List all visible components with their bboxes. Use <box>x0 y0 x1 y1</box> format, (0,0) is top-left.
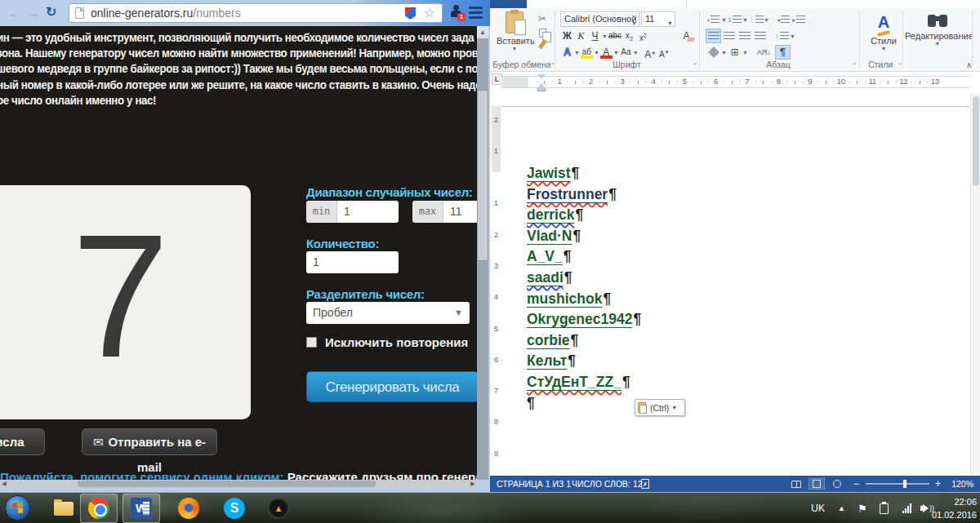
zoom-slider[interactable] <box>866 483 929 485</box>
borders-button[interactable]: ⊞ <box>727 45 742 60</box>
justify-button[interactable] <box>752 29 768 43</box>
paste-options-button[interactable]: (Ctrl) ▼ <box>635 399 685 416</box>
start-button[interactable] <box>5 495 30 521</box>
browser-horizontal-scrollbar[interactable]: ◀ ▶ <box>0 480 477 488</box>
language-indicator[interactable]: UK <box>811 493 825 523</box>
underline-button[interactable]: Ч <box>588 29 602 43</box>
taskbar-word-button[interactable]: W <box>122 494 160 523</box>
back-icon[interactable]: ← <box>8 6 20 20</box>
change-case-button[interactable]: Аа <box>619 45 633 60</box>
tray-clipboard-icon[interactable] <box>880 493 889 523</box>
doc-line-empty[interactable]: ¶ <box>527 395 641 416</box>
taskbar-skype-button[interactable]: S <box>216 494 253 523</box>
address-bar[interactable]: online-generators.ru/numbers ☆ <box>69 3 443 23</box>
grow-font-button[interactable]: А▲ <box>644 45 657 60</box>
doc-line[interactable]: saadi¶ <box>527 269 641 290</box>
footer-link[interactable]: Пожалуйста, помогите сервису одним клико… <box>0 470 284 480</box>
horizontal-scroll-thumb[interactable] <box>78 481 376 487</box>
scroll-left-icon[interactable]: ◀ <box>0 480 8 488</box>
word-vertical-scrollbar[interactable] <box>970 93 980 476</box>
font-size-combo[interactable]: 11▼ <box>641 11 675 27</box>
numbering-button[interactable]: 1 <box>727 12 742 27</box>
read-mode-icon[interactable] <box>788 478 804 490</box>
decrease-indent-button[interactable]: ◂ <box>776 12 791 27</box>
dialog-launcher-icon[interactable]: ⌐ <box>848 60 856 68</box>
scroll-right-icon[interactable]: ▶ <box>469 480 477 488</box>
shading-button[interactable] <box>706 45 721 60</box>
min-field[interactable]: min 1 <box>306 201 399 223</box>
separator-select[interactable]: Пробел ▼ <box>306 302 470 324</box>
taskbar-explorer-button[interactable] <box>45 494 82 523</box>
editing-button[interactable]: Редактирование ▼ <box>905 15 970 47</box>
multilevel-list-button[interactable]: ⋮ <box>748 12 764 27</box>
horizontal-ruler[interactable]: 12345678910111213 <box>501 76 970 88</box>
network-signal-icon[interactable] <box>902 493 911 523</box>
browser-vertical-scrollbar[interactable]: ▲ <box>477 26 488 480</box>
format-painter-icon[interactable] <box>538 39 547 50</box>
paste-button[interactable]: Вставить ▼ <box>497 11 532 59</box>
subscript-button[interactable]: x2 <box>622 29 636 43</box>
chevron-down-icon[interactable]: ▼ <box>602 33 608 39</box>
doc-line[interactable]: Кельт¶ <box>527 352 641 374</box>
strikethrough-button[interactable]: abc <box>608 29 622 43</box>
doc-line[interactable]: Jawist¶ <box>527 165 641 186</box>
proofing-icon[interactable]: ✗ <box>641 479 649 489</box>
document-area[interactable]: 21123456789 Jawist¶Frostrunner¶derrick¶V… <box>490 93 980 476</box>
url-text[interactable]: online-generators.ru/numbers <box>91 7 241 20</box>
doc-line[interactable]: corbie¶ <box>527 332 641 353</box>
zoom-out-button[interactable]: − <box>853 476 859 492</box>
doc-line[interactable]: derrick¶ <box>527 206 641 228</box>
zoom-percentage[interactable]: 120% <box>951 476 973 492</box>
zoom-in-button[interactable]: + <box>935 476 941 492</box>
send-email-button[interactable]: ✉Отправить на e-mail <box>82 428 217 455</box>
copy-icon[interactable] <box>539 29 546 38</box>
line-spacing-button[interactable]: ↕ <box>774 29 790 43</box>
exclude-repeats-checkbox[interactable] <box>306 337 317 348</box>
italic-button[interactable]: К <box>574 29 588 43</box>
vertical-scroll-thumb[interactable] <box>477 90 488 261</box>
taskbar-aimp-button[interactable]: ▲ <box>260 494 297 523</box>
copy-numbers-button[interactable]: числа <box>0 428 45 455</box>
doc-line[interactable]: Vlad·N¶ <box>527 228 641 249</box>
dialog-launcher-icon[interactable]: ⌐ <box>688 60 697 68</box>
print-layout-icon[interactable] <box>808 478 825 490</box>
extension-icon[interactable]: 1 <box>450 4 463 20</box>
page-indicator[interactable]: СТРАНИЦА 1 ИЗ 1 <box>497 476 571 492</box>
sort-button[interactable]: АЯ↓ <box>756 45 772 60</box>
doc-line[interactable]: mushichok¶ <box>527 290 641 312</box>
dialog-launcher-icon[interactable]: ⌐ <box>893 60 902 68</box>
hidden-icons-button[interactable]: ▲ <box>838 493 845 523</box>
dialog-launcher-icon[interactable]: ⌐ <box>546 60 554 68</box>
taskbar-chrome-button[interactable] <box>80 494 118 523</box>
doc-line[interactable]: A_V_¶ <box>527 248 641 269</box>
shield-extension-icon[interactable] <box>405 7 416 20</box>
collapse-ribbon-icon[interactable]: ∧ <box>966 60 972 69</box>
word-count[interactable]: ЧИСЛО СЛОВ: 12 <box>572 476 643 492</box>
doc-line[interactable]: Okrygenec1942¶ <box>527 311 641 332</box>
shrink-font-button[interactable]: А▼ <box>657 45 671 60</box>
forward-icon[interactable]: → <box>27 6 39 20</box>
generate-button[interactable]: Сгенерировать числа <box>306 371 477 402</box>
taskbar-firefox-button[interactable] <box>170 494 207 523</box>
superscript-button[interactable]: x2 <box>636 29 650 43</box>
clock[interactable]: 22:06 01.02.2016 <box>932 495 977 521</box>
min-value[interactable]: 1 <box>337 201 399 223</box>
bullets-button[interactable]: • <box>706 12 721 27</box>
action-center-flag-icon[interactable]: ⚑ <box>858 493 867 523</box>
zoom-slider-thumb[interactable] <box>903 480 906 488</box>
clear-formatting-button[interactable]: А <box>679 29 693 43</box>
text-effects-button[interactable]: А <box>560 45 574 60</box>
count-input[interactable]: 1 <box>306 251 399 273</box>
scroll-up-icon[interactable]: ▲ <box>477 26 488 38</box>
max-value[interactable]: 11 <box>443 201 477 223</box>
align-right-button[interactable] <box>737 29 752 43</box>
refresh-icon[interactable]: ↻ <box>46 4 56 20</box>
browser-menu-icon[interactable] <box>469 7 483 21</box>
max-field[interactable]: max 11 <box>412 201 477 223</box>
highlight-button[interactable]: аб <box>580 45 594 60</box>
font-color-button[interactable]: А <box>599 45 613 60</box>
bold-button[interactable]: Ж <box>560 29 574 43</box>
file-tab-fragment[interactable] <box>490 0 527 8</box>
doc-line[interactable]: Frostrunner¶ <box>527 186 641 207</box>
doc-line[interactable]: СтУдЕнТ_ZZ_¶ <box>527 374 641 395</box>
